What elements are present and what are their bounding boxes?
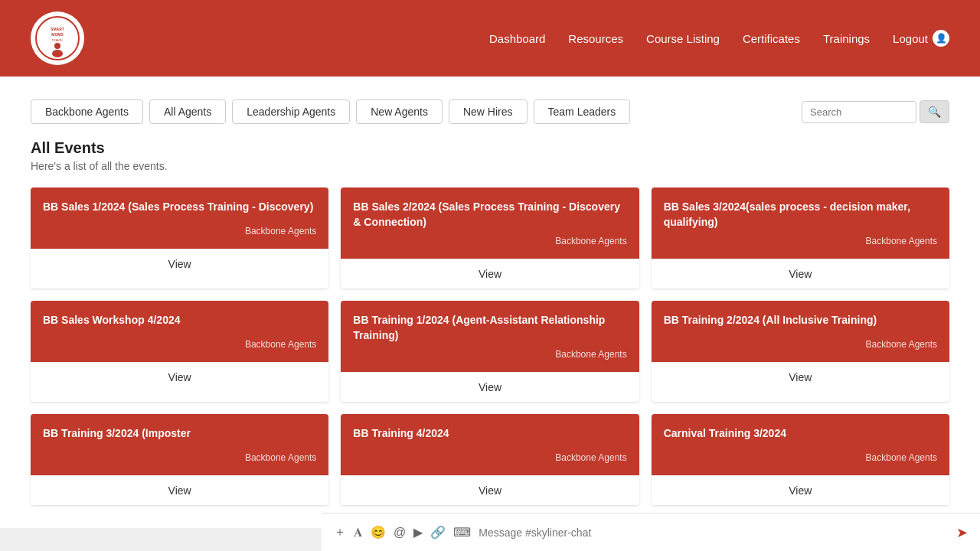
nav-trainings[interactable]: Trainings	[823, 32, 870, 45]
card-7-view-button[interactable]: View	[348, 484, 631, 497]
svg-text:TRAVEL: TRAVEL	[51, 38, 64, 42]
card-0: BB Sales 1/2024 (Sales Process Training …	[31, 187, 328, 289]
logo-container: SMART MOMS TRAVEL	[31, 11, 84, 65]
card-0-view-button[interactable]: View	[38, 258, 321, 270]
card-1: BB Sales 2/2024 (Sales Process Training …	[341, 187, 639, 289]
card-5-title: BB Training 2/2024 (All Inclusive Traini…	[664, 313, 937, 333]
card-8: Carnival Training 3/2024 Backbone Agents…	[652, 414, 949, 505]
nav-dashboard[interactable]: Dashboard	[489, 32, 545, 45]
card-2-footer: View	[652, 259, 949, 289]
card-3-header: BB Sales Workshop 4/2024 Backbone Agents	[31, 301, 328, 362]
cards-grid: BB Sales 1/2024 (Sales Process Training …	[31, 187, 949, 505]
filter-buttons: Backbone Agents All Agents Leadership Ag…	[31, 99, 630, 124]
card-2-title: BB Sales 3/2024(sales process - decision…	[664, 200, 937, 230]
chat-send-button[interactable]: ➤	[956, 524, 968, 541]
svg-text:MOMS: MOMS	[51, 32, 64, 37]
nav-certificates[interactable]: Certificates	[743, 32, 800, 45]
card-4-title: BB Training 1/2024 (Agent-Assistant Rela…	[353, 313, 626, 343]
chat-mention-icon[interactable]: @	[394, 526, 406, 540]
filter-leadership-agents[interactable]: Leadership Agents	[232, 99, 350, 124]
card-5-view-button[interactable]: View	[659, 371, 942, 383]
filter-backbone-agents[interactable]: Backbone Agents	[31, 99, 143, 124]
card-4-footer: View	[341, 372, 639, 402]
card-8-view-button[interactable]: View	[659, 484, 942, 497]
logout-label: Logout	[893, 32, 928, 45]
filter-new-hires[interactable]: New Hires	[449, 99, 528, 124]
card-4-tag: Backbone Agents	[353, 349, 626, 360]
card-7: BB Training 4/2024 Backbone Agents View	[341, 414, 639, 505]
card-4-header: BB Training 1/2024 (Agent-Assistant Rela…	[341, 301, 639, 372]
card-1-tag: Backbone Agents	[353, 236, 626, 246]
chat-emoji-icon[interactable]: 😊	[371, 525, 386, 540]
card-1-header: BB Sales 2/2024 (Sales Process Training …	[341, 187, 639, 259]
card-0-footer: View	[31, 249, 328, 279]
card-4: BB Training 1/2024 (Agent-Assistant Rela…	[341, 301, 639, 402]
search-input[interactable]	[802, 101, 916, 123]
chat-bar: ＋ 𝐀 😊 @ ▶ 🔗 ⌨ ➤	[322, 513, 980, 551]
card-0-header: BB Sales 1/2024 (Sales Process Training …	[31, 187, 328, 249]
svg-text:SMART: SMART	[51, 27, 64, 31]
logout-button[interactable]: Logout 👤	[893, 30, 949, 47]
card-6-footer: View	[31, 475, 328, 505]
main-content: Backbone Agents All Agents Leadership Ag…	[0, 77, 980, 528]
card-5: BB Training 2/2024 (All Inclusive Traini…	[652, 301, 949, 402]
logo: SMART MOMS TRAVEL	[31, 11, 84, 65]
card-2-view-button[interactable]: View	[659, 268, 942, 280]
card-3-title: BB Sales Workshop 4/2024	[43, 313, 316, 333]
main-nav: Dashboard Resources Course Listing Certi…	[489, 30, 949, 47]
card-6-view-button[interactable]: View	[38, 484, 321, 497]
card-2: BB Sales 3/2024(sales process - decision…	[652, 187, 949, 289]
card-0-tag: Backbone Agents	[43, 226, 316, 236]
card-4-view-button[interactable]: View	[348, 381, 631, 393]
card-7-tag: Backbone Agents	[353, 452, 626, 463]
card-8-tag: Backbone Agents	[664, 452, 937, 463]
filter-all-agents[interactable]: All Agents	[149, 99, 226, 124]
filter-new-agents[interactable]: New Agents	[356, 99, 443, 124]
chat-input[interactable]	[479, 527, 949, 539]
card-2-tag: Backbone Agents	[664, 236, 937, 246]
card-3-view-button[interactable]: View	[38, 371, 321, 383]
filter-bar: Backbone Agents All Agents Leadership Ag…	[31, 99, 949, 124]
card-3-tag: Backbone Agents	[43, 339, 316, 350]
chat-code-icon[interactable]: ⌨	[453, 525, 471, 540]
card-6-title: BB Training 3/2024 (Imposter	[43, 426, 316, 446]
card-5-header: BB Training 2/2024 (All Inclusive Traini…	[652, 301, 949, 362]
card-6-tag: Backbone Agents	[43, 452, 316, 463]
chat-add-icon[interactable]: ＋	[334, 524, 346, 540]
section-title: All Events	[31, 139, 949, 157]
card-2-header: BB Sales 3/2024(sales process - decision…	[652, 187, 949, 259]
card-7-footer: View	[341, 475, 639, 505]
chat-font-icon[interactable]: 𝐀	[354, 526, 363, 540]
card-8-footer: View	[652, 475, 949, 505]
search-container: 🔍	[802, 100, 949, 123]
card-3-footer: View	[31, 362, 328, 392]
card-1-view-button[interactable]: View	[348, 268, 631, 280]
filter-team-leaders[interactable]: Team Leaders	[534, 99, 631, 124]
card-5-tag: Backbone Agents	[664, 339, 937, 350]
card-6: BB Training 3/2024 (Imposter Backbone Ag…	[31, 414, 328, 505]
search-button[interactable]: 🔍	[920, 100, 949, 123]
site-header: SMART MOMS TRAVEL Dashboard Resources Co…	[0, 0, 980, 77]
user-icon: 👤	[933, 30, 949, 47]
card-6-header: BB Training 3/2024 (Imposter Backbone Ag…	[31, 414, 328, 475]
card-1-title: BB Sales 2/2024 (Sales Process Training …	[353, 200, 626, 230]
svg-point-5	[52, 50, 63, 57]
section-subtitle: Here's a list of all the events.	[31, 160, 949, 172]
card-3: BB Sales Workshop 4/2024 Backbone Agents…	[31, 301, 328, 402]
chat-link-icon[interactable]: 🔗	[430, 525, 446, 540]
card-8-title: Carnival Training 3/2024	[664, 426, 937, 446]
svg-point-4	[54, 43, 60, 49]
card-7-header: BB Training 4/2024 Backbone Agents	[341, 414, 639, 475]
card-0-title: BB Sales 1/2024 (Sales Process Training …	[43, 200, 316, 220]
card-1-footer: View	[341, 259, 639, 289]
card-5-footer: View	[652, 362, 949, 392]
nav-course-listing[interactable]: Course Listing	[646, 32, 720, 45]
chat-media-icon[interactable]: ▶	[413, 525, 423, 540]
nav-resources[interactable]: Resources	[568, 32, 623, 45]
card-7-title: BB Training 4/2024	[353, 426, 626, 446]
card-8-header: Carnival Training 3/2024 Backbone Agents	[652, 414, 949, 475]
